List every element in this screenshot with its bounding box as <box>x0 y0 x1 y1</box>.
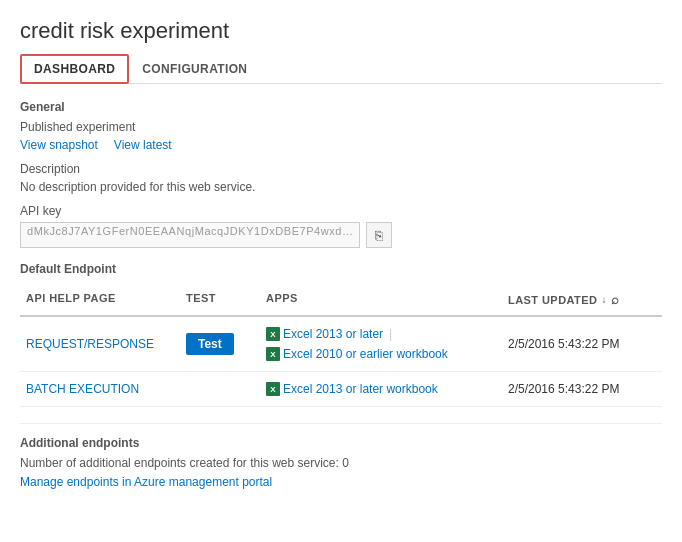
excel-icon-2: X <box>266 347 280 361</box>
copy-api-key-button[interactable]: ⎘ <box>366 222 392 248</box>
test-button-1[interactable]: Test <box>186 333 234 355</box>
additional-endpoints-count: Number of additional endpoints created f… <box>20 456 662 470</box>
table-row: BATCH EXECUTION X Excel 2013 or later wo… <box>20 372 662 407</box>
additional-endpoints-section: Additional endpoints Number of additiona… <box>20 423 662 489</box>
apps-separator: | <box>389 327 392 341</box>
page-title: credit risk experiment <box>20 18 662 44</box>
description-text: No description provided for this web ser… <box>20 180 662 194</box>
tab-configuration[interactable]: CONFIGURATION <box>129 55 260 83</box>
excel-2013-batch-label: Excel 2013 or later workbook <box>283 382 438 396</box>
published-experiment-label: Published experiment <box>20 120 662 134</box>
tab-bar: DASHBOARD CONFIGURATION <box>20 54 662 84</box>
apps-cell-1: X Excel 2013 or later | X Excel 2010 or … <box>260 323 502 365</box>
view-latest-link[interactable]: View latest <box>114 138 172 152</box>
timestamp-2: 2/5/2016 5:43:22 PM <box>502 378 662 400</box>
excel-icon-1: X <box>266 327 280 341</box>
general-section-label: General <box>20 100 662 114</box>
copy-icon: ⎘ <box>375 228 383 243</box>
table-row: REQUEST/RESPONSE Test X Excel 2013 or la… <box>20 317 662 372</box>
view-snapshot-link[interactable]: View snapshot <box>20 138 98 152</box>
timestamp-1: 2/5/2016 5:43:22 PM <box>502 333 662 355</box>
api-key-value[interactable]: dMkJc8J7AY1GFerN0EEAANqjMacqJDKY1DxDBE7P… <box>20 222 360 248</box>
excel-icon-3: X <box>266 382 280 396</box>
col-last-updated: LAST UPDATED ↓ ⌕ <box>502 288 662 311</box>
description-label: Description <box>20 162 662 176</box>
excel-2010-label: Excel 2010 or earlier workbook <box>283 347 448 361</box>
excel-2010-link[interactable]: X Excel 2010 or earlier workbook <box>266 347 448 361</box>
excel-2013-batch-link[interactable]: X Excel 2013 or later workbook <box>266 382 438 396</box>
additional-endpoints-label: Additional endpoints <box>20 436 662 450</box>
col-api-help: API HELP PAGE <box>20 288 180 311</box>
endpoint-section-label: Default Endpoint <box>20 262 662 276</box>
endpoint-table-header: API HELP PAGE TEST APPS LAST UPDATED ↓ ⌕ <box>20 284 662 317</box>
apps-cell-2: X Excel 2013 or later workbook <box>260 378 502 400</box>
api-help-request-response[interactable]: REQUEST/RESPONSE <box>20 333 180 355</box>
col-test: TEST <box>180 288 260 311</box>
col-apps: APPS <box>260 288 502 311</box>
api-help-batch-execution[interactable]: BATCH EXECUTION <box>20 378 180 400</box>
excel-2013-link[interactable]: X Excel 2013 or later <box>266 327 383 341</box>
endpoint-section: Default Endpoint API HELP PAGE TEST APPS… <box>20 262 662 407</box>
api-key-label: API key <box>20 204 662 218</box>
test-cell-1: Test <box>180 329 260 359</box>
test-cell-2 <box>180 385 260 393</box>
sort-down-icon[interactable]: ↓ <box>601 294 606 305</box>
published-links-row: View snapshot View latest <box>20 138 662 152</box>
excel-2013-label: Excel 2013 or later <box>283 327 383 341</box>
tab-dashboard[interactable]: DASHBOARD <box>20 54 129 84</box>
request-response-link[interactable]: REQUEST/RESPONSE <box>26 337 154 351</box>
batch-execution-link[interactable]: BATCH EXECUTION <box>26 382 139 396</box>
manage-endpoints-link[interactable]: Manage endpoints in Azure management por… <box>20 475 272 489</box>
search-icon[interactable]: ⌕ <box>611 292 623 307</box>
api-key-row: dMkJc8J7AY1GFerN0EEAANqjMacqJDKY1DxDBE7P… <box>20 222 662 248</box>
